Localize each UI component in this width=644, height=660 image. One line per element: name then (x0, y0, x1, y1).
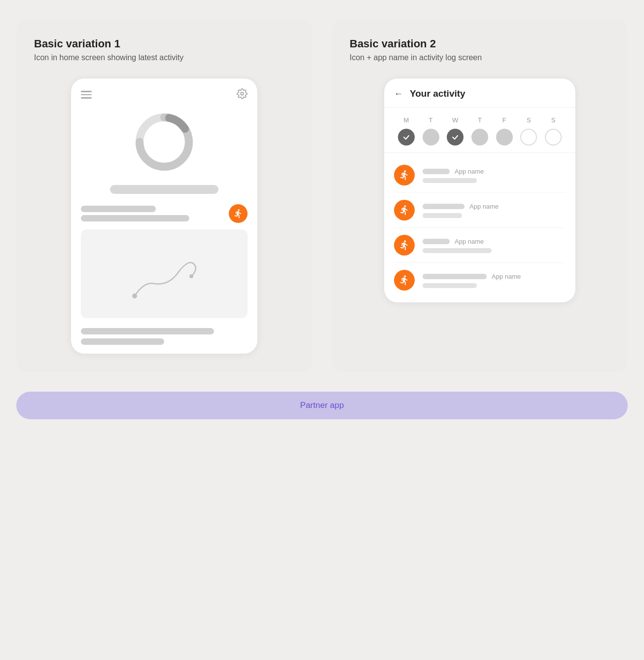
activity-text-3: App name (423, 238, 566, 253)
phone-mockup-2: ← Your activity M T W T F S S (384, 78, 576, 303)
variation-2-title: Basic variation 2 (350, 37, 610, 50)
day-label-f: F (497, 116, 512, 124)
phone-mockup-1 (71, 78, 258, 354)
day-circle-t1[interactable] (423, 129, 439, 146)
svg-point-5 (189, 274, 193, 278)
activity-icon-badge-1[interactable] (394, 165, 415, 185)
activity-icon-badge-3[interactable] (394, 235, 415, 256)
day-circle-t2[interactable] (471, 129, 488, 146)
day-label-m: M (398, 116, 414, 124)
back-icon[interactable]: ← (394, 89, 403, 99)
days-circles-row (394, 129, 566, 146)
v2-activity-list: App name App name (384, 153, 575, 302)
v1-progress-bar (110, 185, 218, 194)
app-name-1: App name (455, 168, 484, 175)
app-name-3: App name (455, 238, 484, 245)
activity-item-1: App name (394, 158, 566, 193)
activity-item-3: App name (394, 228, 566, 263)
activity-icon-badge-2[interactable] (394, 200, 415, 220)
activity-badge-v1[interactable] (229, 204, 248, 223)
gear-icon[interactable] (237, 88, 248, 101)
day-label-t1: T (423, 116, 439, 124)
app-name-4: App name (492, 273, 521, 280)
hamburger-icon[interactable] (81, 91, 92, 99)
variation-1-title: Basic variation 1 (34, 37, 294, 50)
list-item-1 (81, 206, 248, 221)
v1-map-box (81, 229, 248, 318)
variation-1-subtitle: Icon in home screen showing latest activ… (34, 53, 294, 62)
day-circle-w[interactable] (447, 129, 464, 146)
activity-item-2: App name (394, 193, 566, 228)
main-content: Basic variation 1 Icon in home screen sh… (16, 20, 628, 372)
variation-1-card: Basic variation 1 Icon in home screen sh… (16, 20, 312, 372)
activity-text-2: App name (423, 203, 566, 218)
donut-chart (81, 110, 248, 174)
v1-topbar (81, 88, 248, 101)
day-circle-s1[interactable] (520, 129, 537, 146)
day-label-t2: T (472, 116, 488, 124)
variation-2-card: Basic variation 2 Icon + app name in act… (332, 20, 628, 372)
v1-list-section (81, 206, 248, 221)
activity-item-4: App name (394, 263, 566, 297)
partner-footer-text: Partner app (300, 401, 344, 410)
app-name-2: App name (469, 203, 499, 210)
day-circle-f[interactable] (496, 129, 513, 146)
day-label-s2: S (545, 116, 561, 124)
day-label-s1: S (521, 116, 537, 124)
variation-2-subtitle: Icon + app name in activity log screen (350, 53, 610, 62)
v2-days-section: M T W T F S S (384, 108, 575, 153)
v2-screen-title: Your activity (410, 88, 465, 99)
day-label-w: W (447, 116, 463, 124)
activity-icon-badge-4[interactable] (394, 270, 415, 291)
v1-bottom-bars (81, 328, 248, 345)
days-labels-row: M T W T F S S (394, 116, 566, 124)
partner-footer: Partner app (16, 392, 628, 419)
svg-point-0 (241, 92, 244, 95)
activity-text-1: App name (423, 168, 566, 183)
activity-text-4: App name (423, 273, 566, 288)
v2-header: ← Your activity (384, 78, 575, 108)
day-circle-s2[interactable] (545, 129, 562, 146)
svg-point-4 (132, 293, 137, 298)
day-circle-m[interactable] (398, 129, 415, 146)
